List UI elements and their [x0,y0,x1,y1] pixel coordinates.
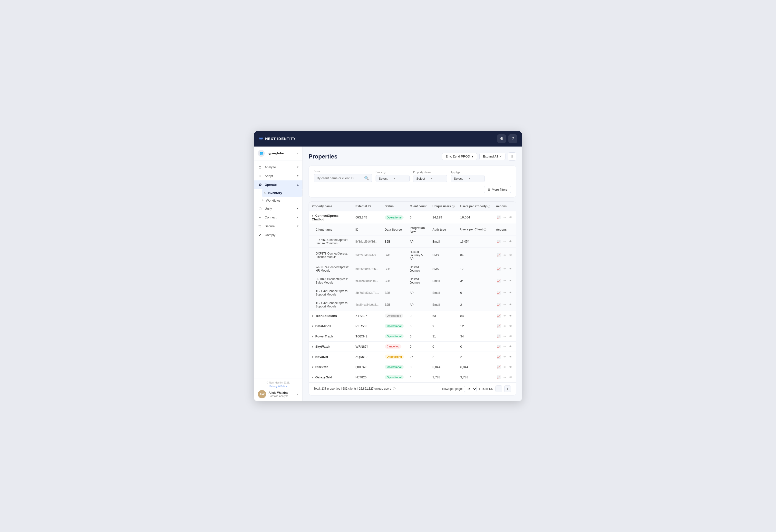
status-cell: Operational [382,211,407,223]
edit-icon[interactable]: ✏ [503,344,507,349]
client-count-cell: 4 [407,372,429,382]
unique-users-cell: 14,129 [429,211,457,223]
view-icon[interactable]: 👁 [509,239,513,244]
status-cell: Offboarded [382,311,407,321]
chart-icon[interactable]: 📈 [496,252,501,258]
info-icon[interactable]: ⓘ [452,205,454,208]
properties-table-card: Property name External ID Status Client … [309,201,516,395]
view-icon[interactable]: 👁 [509,334,513,339]
sidebar-item-inventory[interactable]: ↳ Inventory [262,189,303,197]
expand-icon[interactable]: ▾ [312,324,314,328]
property-select[interactable]: Select ▾ [376,175,410,182]
next-page-button[interactable]: › [504,385,511,392]
expand-icon[interactable]: ▾ [312,314,314,318]
edit-icon[interactable]: ✏ [503,375,507,380]
expand-icon[interactable]: ▾ [312,355,314,359]
more-filters-button[interactable]: ⊞ More filters [484,186,511,193]
chart-icon[interactable]: 📈 [496,364,501,370]
chart-icon[interactable]: 📈 [496,266,501,272]
view-icon[interactable]: 👁 [509,302,513,307]
view-icon[interactable]: 👁 [509,354,513,359]
operate-submenu: ↳ Inventory ↳ Workflows [254,189,303,204]
rows-per-page-select[interactable]: 15 25 50 [464,386,477,392]
prev-page-button[interactable]: ‹ [496,385,502,392]
edit-icon[interactable]: ✏ [503,239,507,244]
view-icon[interactable]: 👁 [509,215,513,220]
org-selector[interactable]: 🌐 hyperglobe ▾ [254,147,303,160]
help-button[interactable]: ? [509,134,517,143]
view-icon[interactable]: 👁 [509,364,513,370]
child-data-source: B2B [382,299,407,311]
sidebar-item-workflows[interactable]: ↳ Workflows [262,197,303,204]
sidebar-footer: © Next Identity, 2023. Privacy & Policy … [254,378,303,401]
sidebar-item-adopt[interactable]: ✦ Adopt ▾ [254,172,303,180]
edit-icon[interactable]: ✏ [503,302,507,307]
view-icon[interactable]: 👁 [509,375,513,380]
status-select[interactable]: Select ▾ [413,175,447,182]
unique-users-cell: 63 [429,311,457,321]
expand-icon[interactable]: ▾ [312,375,314,379]
status-badge: Operational [385,365,404,369]
view-icon[interactable]: 👁 [509,313,513,318]
chart-icon[interactable]: 📈 [496,334,501,339]
env-selector-button[interactable]: Env: Zend PROD ▾ [442,153,477,160]
user-profile[interactable]: AW Alicia Watkins Portfolio analyst ▴ [258,390,299,398]
chart-icon[interactable]: 📈 [496,324,501,329]
expand-icon[interactable]: ▾ [312,365,314,369]
collapse-icon[interactable]: ▾ [312,214,314,217]
privacy-link[interactable]: Privacy & Policy [258,385,299,388]
apptype-select[interactable]: Select ▾ [451,175,485,182]
info-icon[interactable]: ⓘ [483,228,486,231]
view-icon[interactable]: 👁 [509,252,513,258]
edit-icon[interactable]: ✏ [503,334,507,339]
export-button[interactable]: ⬇ [508,152,516,161]
chart-icon[interactable]: 📈 [496,278,501,283]
chart-icon[interactable]: 📈 [496,313,501,318]
settings-button[interactable]: ⚙ [497,134,506,143]
edit-icon[interactable]: ✏ [503,290,507,295]
chart-icon[interactable]: 📈 [496,290,501,295]
expand-icon[interactable]: ▾ [312,335,314,338]
edit-icon[interactable]: ✏ [503,324,507,329]
page-title: Properties [309,153,338,160]
sidebar-item-secure[interactable]: 🛡 Secure ▾ [254,222,303,231]
edit-icon[interactable]: ✏ [503,266,507,272]
expand-icon[interactable]: ▾ [312,345,314,348]
sidebar-item-comply[interactable]: ✔ Comply [254,231,303,239]
chart-icon[interactable]: 📈 [496,344,501,349]
unique-users-cell: 31 [429,331,457,341]
property-name-cell: ▾ DataMinds [309,321,352,331]
sidebar-item-analyze[interactable]: ⊙ Analyze ▾ [254,163,303,172]
view-icon[interactable]: 👁 [509,266,513,272]
chart-icon[interactable]: 📈 [496,215,501,220]
search-input[interactable] [317,176,362,180]
info-icon[interactable]: ⓘ [488,205,490,208]
expand-all-button[interactable]: Expand All ✕ [479,153,506,160]
edit-icon[interactable]: ✏ [503,215,507,220]
chart-icon[interactable]: 📈 [496,302,501,307]
edit-icon[interactable]: ✏ [503,278,507,283]
chart-icon[interactable]: 📈 [496,354,501,359]
search-icon: 🔍 [364,176,369,180]
search-filter-label: Search [314,170,372,173]
edit-icon[interactable]: ✏ [503,354,507,359]
comply-icon: ✔ [258,233,262,237]
sub-col-client-name: Client name [309,223,352,235]
col-header-client-count: Client count [407,202,429,211]
edit-icon[interactable]: ✏ [503,364,507,370]
view-icon[interactable]: 👁 [509,278,513,283]
chart-icon[interactable]: 📈 [496,239,501,244]
chevron-down-icon: ▾ [297,224,299,228]
view-icon[interactable]: 👁 [509,290,513,295]
chart-icon[interactable]: 📈 [496,375,501,380]
summary-info-icon[interactable]: ⓘ [393,387,396,390]
sidebar-item-unify[interactable]: ⬡ Unify ▾ [254,204,303,213]
edit-icon[interactable]: ✏ [503,252,507,258]
sidebar-item-operate[interactable]: ⚙ Operate ▴ [254,180,303,189]
sidebar-item-connect[interactable]: ⚭ Connect ▾ [254,213,303,222]
chevron-down-icon: ▾ [297,216,299,219]
edit-icon[interactable]: ✏ [503,313,507,318]
view-icon[interactable]: 👁 [509,344,513,349]
status-badge: Onboarding [385,355,404,359]
view-icon[interactable]: 👁 [509,324,513,329]
